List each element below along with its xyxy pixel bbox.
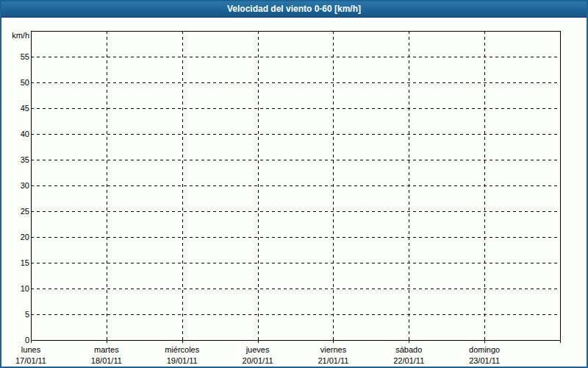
wind-speed-chart: 5101520253035404550550km/hlunes17/01/11m… [1,18,587,367]
y-tick-label: 35 [21,155,29,164]
x-tick-label-day: miércoles [165,345,200,354]
x-tick-label-date: 22/01/11 [393,356,424,365]
y-tick-label: 0 [25,336,29,344]
y-axis-unit-label: km/h [12,31,29,40]
wind-speed-chart-canvas: 5101520253035404550550km/hlunes17/01/11m… [1,18,587,367]
x-tick-label-day: sábado [395,345,422,354]
y-tick-label: 5 [25,310,29,319]
y-tick-label: 40 [21,130,29,138]
x-tick-label-date: 18/01/11 [91,356,122,365]
x-tick-label-day: lunes [21,345,41,354]
y-tick-label: 10 [21,284,29,293]
y-tick-label: 20 [21,233,29,241]
y-tick-label: 15 [21,258,29,267]
x-tick-label-date: 23/01/11 [469,356,500,365]
x-tick-label-date: 20/01/11 [243,356,273,365]
chart-title-bar: Velocidad del viento 0-60 [km/h] [1,1,587,18]
meteogram-window: Velocidad del viento 0-60 [km/h] 5101520… [0,0,588,368]
x-tick-label-day: domingo [469,345,500,354]
x-tick-label-date: 19/01/11 [167,356,198,365]
y-tick-label: 55 [21,52,29,61]
x-tick-label-day: jueves [245,345,270,354]
y-tick-label: 45 [21,104,29,113]
y-tick-label: 50 [21,78,29,87]
x-tick-label-date: 17/01/11 [15,356,46,365]
y-tick-label: 30 [21,181,29,190]
x-tick-label-day: martes [94,345,119,354]
x-tick-label-date: 21/01/11 [318,356,348,365]
y-tick-label: 25 [21,207,29,216]
x-tick-label-day: viernes [320,345,347,354]
